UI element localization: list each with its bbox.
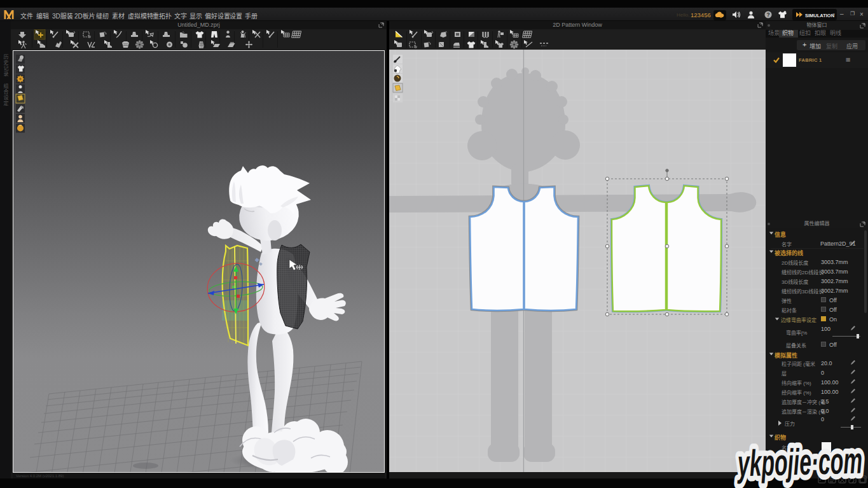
svg-text:?: ? bbox=[766, 11, 769, 18]
svg-text:ykpojie·com: ykpojie·com bbox=[736, 439, 862, 484]
